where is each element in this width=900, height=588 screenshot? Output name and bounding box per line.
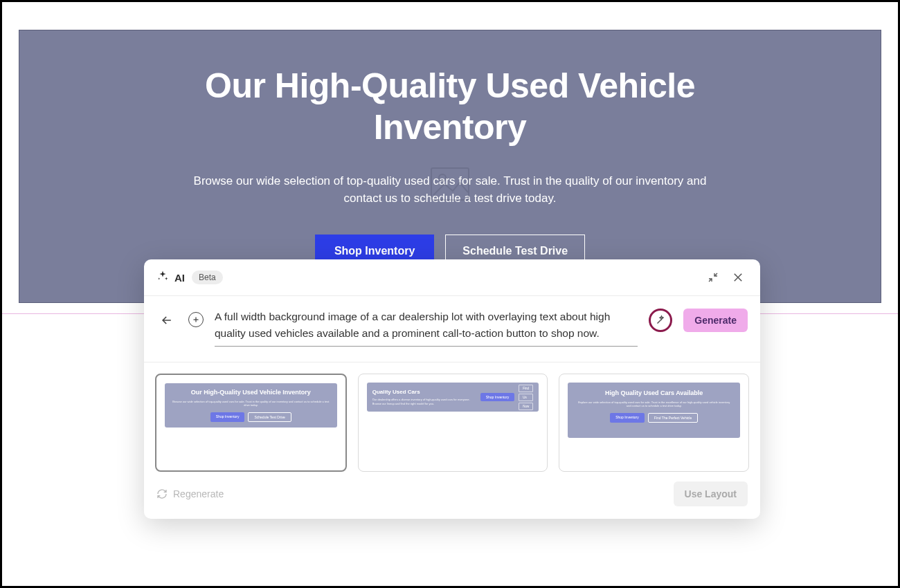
hero-title: Our High-Quality Used Vehicle Inventory (166, 65, 734, 148)
refresh-icon (156, 488, 168, 499)
ai-modal-header: AI Beta (144, 259, 760, 296)
svg-point-1 (439, 174, 446, 181)
layout-option-1[interactable]: Our High-Quality Used Vehicle Inventory … (155, 374, 347, 472)
ai-prompt-row: A full width background image of a car d… (144, 296, 760, 362)
minimize-icon[interactable] (703, 268, 723, 287)
generate-button[interactable]: Generate (683, 309, 748, 332)
layout-2-btn1: Shop Inventory (480, 393, 515, 401)
use-layout-button[interactable]: Use Layout (674, 481, 748, 506)
layout-1-title: Our High-Quality Used Vehicle Inventory (172, 389, 330, 396)
regenerate-label: Regenerate (173, 488, 224, 499)
layout-2-title: Quality Used Cars (372, 389, 476, 396)
beta-badge: Beta (192, 270, 223, 284)
sparkle-icon (156, 270, 169, 285)
ai-modal-footer: Regenerate Use Layout (144, 477, 760, 519)
add-icon[interactable] (188, 312, 204, 327)
layout-options: Our High-Quality Used Vehicle Inventory … (144, 362, 760, 477)
magic-wand-icon[interactable] (649, 309, 672, 332)
layout-3-btn1: Shop Inventory (610, 413, 645, 423)
ai-modal: AI Beta A full width background image of… (144, 259, 760, 519)
svg-rect-0 (431, 168, 469, 200)
back-arrow-icon[interactable] (156, 310, 177, 331)
image-placeholder-icon (431, 167, 469, 203)
layout-2-sub: Our dealership offers a diverse inventor… (372, 398, 476, 405)
layout-3-sub: Explore our wide selection of top-qualit… (577, 401, 730, 408)
ai-label: AI (174, 272, 185, 284)
layout-option-3[interactable]: High Quality Used Cars Available Explore… (559, 374, 749, 472)
layout-1-btn2: Schedule Test Drive (248, 412, 291, 422)
layout-2-stack: Find Us Now (519, 385, 533, 410)
close-icon[interactable] (728, 268, 748, 287)
prompt-input[interactable]: A full width background image of a car d… (215, 309, 638, 347)
layout-option-2[interactable]: Quality Used Cars Our dealership offers … (358, 374, 548, 472)
layout-3-title: High Quality Used Cars Available (577, 389, 730, 397)
layout-1-sub: Browse our wide selection of top-quality… (172, 400, 330, 407)
layout-3-btn2: Find The Perfect Vehicle (648, 413, 698, 423)
layout-1-btn1: Shop Inventory (210, 412, 245, 422)
regenerate-button[interactable]: Regenerate (156, 488, 224, 499)
